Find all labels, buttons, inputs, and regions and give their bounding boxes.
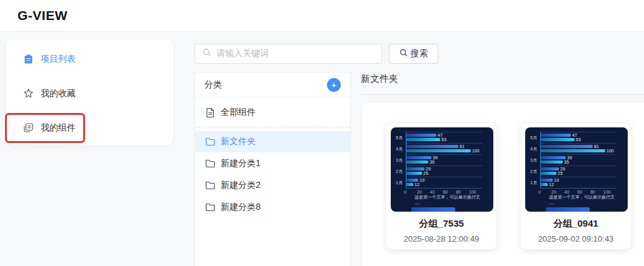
component-name: 分组_7535: [386, 218, 496, 230]
category-item-label: 新建分类2: [221, 180, 261, 191]
folder-icon: [205, 137, 215, 147]
component-card-1[interactable]: 5月47534月811003月39352月29251月1912020406080…: [520, 122, 631, 250]
category-title: 分类: [204, 79, 222, 91]
component-card-0[interactable]: 5月47534月811003月39352月29251月1912020406080…: [386, 122, 497, 250]
sidebar: 项目列表 我的收藏 我的组件: [6, 39, 173, 145]
component-thumbnail[interactable]: 5月47534月811003月39352月29251月1912020406080…: [391, 127, 493, 212]
sidebar-item-label: 我的组件: [41, 122, 76, 134]
category-item-label: 新文件夹: [221, 136, 256, 147]
category-item-3[interactable]: 新建分类2: [195, 174, 350, 196]
category-item-1[interactable]: 新文件夹: [195, 131, 350, 152]
sidebar-list: 项目列表 我的收藏 我的组件: [6, 42, 173, 145]
search-button-label: 搜索: [411, 48, 428, 59]
thumbnail-bar-chart: 5月47534月811003月39352月29251月1912020406080…: [525, 127, 628, 212]
add-category-button[interactable]: +: [327, 78, 341, 92]
component-card-grid: 5月47534月811003月39352月29251月1912020406080…: [386, 122, 631, 250]
sidebar-item-label: 项目列表: [41, 54, 76, 65]
category-panel: 分类 + 全部组件 新文件夹 新建分类1 新建分类2 新建分类8: [194, 72, 351, 266]
category-item-label: 全部组件: [221, 107, 256, 118]
folder-title: 新文件夹: [361, 73, 398, 85]
app-header: G-VIEW: [0, 0, 644, 32]
clipboard-icon: [23, 54, 34, 64]
category-item-2[interactable]: 新建分类1: [195, 152, 350, 174]
search-icon: [400, 49, 408, 59]
component-timestamp: 2025-08-28 12:00:49: [386, 234, 496, 244]
category-item-4[interactable]: 新建分类8: [195, 196, 350, 218]
folder-icon: [205, 202, 215, 212]
components-icon: [23, 122, 34, 133]
sidebar-item-label: 我的收藏: [41, 88, 76, 99]
search-icon: [203, 48, 211, 59]
category-item-0[interactable]: 全部组件: [195, 97, 350, 127]
search-button[interactable]: 搜索: [389, 44, 438, 64]
sidebar-item-2[interactable]: 我的组件: [6, 111, 173, 145]
app-window: G-VIEW 项目列表 我的收藏 我的组件 请输入关键词 搜索 分类 + 全部组…: [0, 0, 644, 266]
folder-icon: [205, 180, 215, 190]
component-timestamp: 2025-09-02 09:10:43: [521, 234, 631, 244]
sidebar-item-0[interactable]: 项目列表: [6, 42, 173, 76]
app-title: G-VIEW: [18, 8, 68, 23]
star-icon: [23, 88, 34, 99]
sidebar-item-1[interactable]: 我的收藏: [6, 76, 173, 111]
category-list: 全部组件 新文件夹 新建分类1 新建分类2 新建分类8: [195, 97, 350, 218]
category-item-label: 新建分类8: [221, 202, 261, 213]
component-thumbnail[interactable]: 5月47534月811003月39352月29251月1912020406080…: [525, 127, 628, 212]
document-icon: [205, 107, 215, 117]
category-header: 分类 +: [195, 72, 350, 97]
thumbnail-bar-chart: 5月47534月811003月39352月29251月1912020406080…: [391, 127, 493, 212]
folder-icon: [205, 159, 215, 169]
category-item-label: 新建分类1: [221, 158, 261, 169]
search-placeholder: 请输入关键词: [216, 48, 269, 59]
search-input[interactable]: 请输入关键词: [194, 44, 382, 64]
divider: [361, 94, 644, 95]
component-name: 分组_0941: [521, 218, 631, 230]
